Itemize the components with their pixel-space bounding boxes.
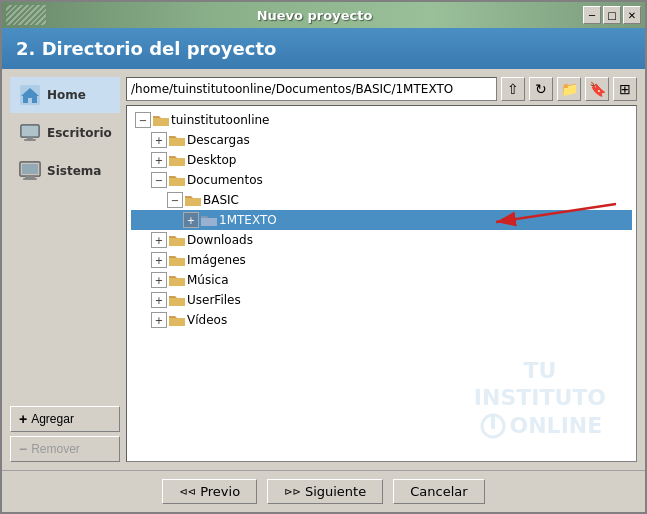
- svg-rect-3: [21, 125, 39, 137]
- path-input[interactable]: [126, 77, 497, 101]
- minimize-button[interactable]: ─: [583, 6, 601, 24]
- new-folder-button[interactable]: 📁: [557, 77, 581, 101]
- path-bar: ⇧ ↻ 📁 🔖 ⊞: [126, 77, 637, 101]
- cancel-button[interactable]: Cancelar: [393, 479, 484, 504]
- expander-1mtexto[interactable]: +: [183, 212, 199, 228]
- close-button[interactable]: ✕: [623, 6, 641, 24]
- watermark: TU INSTITUTO ONLINE: [474, 358, 606, 441]
- tree-view[interactable]: − tuinstitutoonline + Descargas: [126, 105, 637, 462]
- title-decoration: [6, 5, 46, 25]
- tree-node-root[interactable]: − tuinstitutoonline: [131, 110, 632, 130]
- tree-node-desktop[interactable]: + Desktop: [131, 150, 632, 170]
- svg-rect-8: [22, 164, 38, 174]
- folder-icon-1mtexto: [201, 213, 217, 227]
- expander-imagenes[interactable]: +: [151, 252, 167, 268]
- watermark-line3: ONLINE: [510, 413, 603, 439]
- expander-descargas[interactable]: +: [151, 132, 167, 148]
- file-browser: ⇧ ↻ 📁 🔖 ⊞ −: [126, 77, 637, 462]
- expander-videos[interactable]: +: [151, 312, 167, 328]
- main-window: Nuevo proyecto ─ □ ✕ 2. Directorio del p…: [0, 0, 647, 514]
- refresh-icon: ↻: [535, 81, 547, 97]
- folder-icon-userfiles: [169, 293, 185, 307]
- tree-node-descargas[interactable]: + Descargas: [131, 130, 632, 150]
- tree-node-imagenes[interactable]: + Imágenes: [131, 250, 632, 270]
- maximize-button[interactable]: □: [603, 6, 621, 24]
- tree-label-downloads: Downloads: [187, 233, 253, 247]
- folder-icon-documentos: [169, 173, 185, 187]
- watermark-line2: INSTITUTO: [474, 385, 606, 411]
- expander-root[interactable]: −: [135, 112, 151, 128]
- tree-node-1mtexto[interactable]: + 1MTEXTO: [131, 210, 632, 230]
- tree-node-documentos[interactable]: − Documentos: [131, 170, 632, 190]
- sidebar-action-buttons: + Agregar − Remover: [10, 398, 120, 462]
- computer-icon: [19, 160, 41, 182]
- tree-label-userfiles: UserFiles: [187, 293, 241, 307]
- remove-button[interactable]: − Remover: [10, 436, 120, 462]
- expander-downloads[interactable]: +: [151, 232, 167, 248]
- folder-icon-descargas: [169, 133, 185, 147]
- go-up-button[interactable]: ⇧: [501, 77, 525, 101]
- next-icon: ⊳⊳: [284, 486, 301, 497]
- remove-icon: −: [19, 441, 27, 457]
- folder-icon-basic: [185, 193, 201, 207]
- folder-icon-root: [153, 113, 169, 127]
- svg-rect-4: [27, 137, 33, 139]
- prev-icon: ⊲⊲: [179, 486, 196, 497]
- svg-rect-12: [491, 415, 495, 429]
- svg-rect-10: [23, 178, 37, 180]
- desktop-icon: [19, 122, 41, 144]
- next-label: Siguiente: [305, 484, 366, 499]
- next-button[interactable]: ⊳⊳ Siguiente: [267, 479, 383, 504]
- watermark-power-icon: [478, 411, 508, 441]
- folder-icon: 📁: [561, 81, 578, 97]
- add-icon: +: [19, 411, 27, 427]
- tree-node-musica[interactable]: + Música: [131, 270, 632, 290]
- title-bar: Nuevo proyecto ─ □ ✕: [2, 2, 645, 28]
- columns-icon: ⊞: [619, 81, 631, 97]
- view-button[interactable]: ⊞: [613, 77, 637, 101]
- tree-node-userfiles[interactable]: + UserFiles: [131, 290, 632, 310]
- title-stripe: [6, 5, 46, 25]
- sidebar-escritorio-label: Escritorio: [47, 126, 112, 140]
- sidebar-sistema-label: Sistema: [47, 164, 101, 178]
- watermark-line1: TU: [474, 358, 606, 384]
- prev-button[interactable]: ⊲⊲ Previo: [162, 479, 257, 504]
- folder-icon-imagenes: [169, 253, 185, 267]
- svg-point-11: [482, 415, 504, 437]
- cancel-label: Cancelar: [410, 484, 467, 499]
- folder-icon-musica: [169, 273, 185, 287]
- expander-musica[interactable]: +: [151, 272, 167, 288]
- sidebar-item-escritorio[interactable]: Escritorio: [10, 115, 120, 151]
- prev-label: Previo: [200, 484, 240, 499]
- window-title: Nuevo proyecto: [46, 8, 583, 23]
- expander-desktop[interactable]: +: [151, 152, 167, 168]
- expander-documentos[interactable]: −: [151, 172, 167, 188]
- remove-label: Remover: [31, 442, 80, 456]
- expander-basic[interactable]: −: [167, 192, 183, 208]
- tree-node-basic[interactable]: − BASIC: [131, 190, 632, 210]
- tree-label-1mtexto: 1MTEXTO: [219, 213, 277, 227]
- svg-rect-5: [24, 139, 36, 141]
- add-label: Agregar: [31, 412, 74, 426]
- folder-icon-videos: [169, 313, 185, 327]
- tree-label-basic: BASIC: [203, 193, 239, 207]
- sidebar-item-home[interactable]: Home: [10, 77, 120, 113]
- tree-label-musica: Música: [187, 273, 229, 287]
- svg-rect-9: [25, 176, 35, 178]
- bookmark-button[interactable]: 🔖: [585, 77, 609, 101]
- tree-label-videos: Vídeos: [187, 313, 227, 327]
- folder-icon-downloads: [169, 233, 185, 247]
- tree-label-imagenes: Imágenes: [187, 253, 246, 267]
- add-button[interactable]: + Agregar: [10, 406, 120, 432]
- tree-node-videos[interactable]: + Vídeos: [131, 310, 632, 330]
- tree-label-documentos: Documentos: [187, 173, 263, 187]
- tree-node-downloads[interactable]: + Downloads: [131, 230, 632, 250]
- tree-label-root: tuinstitutoonline: [171, 113, 270, 127]
- page-title: 2. Directorio del proyecto: [16, 38, 276, 59]
- expander-userfiles[interactable]: +: [151, 292, 167, 308]
- watermark-line3-row: ONLINE: [474, 411, 606, 441]
- home-icon: [19, 84, 41, 106]
- tree-label-descargas: Descargas: [187, 133, 250, 147]
- refresh-button[interactable]: ↻: [529, 77, 553, 101]
- sidebar-item-sistema[interactable]: Sistema: [10, 153, 120, 189]
